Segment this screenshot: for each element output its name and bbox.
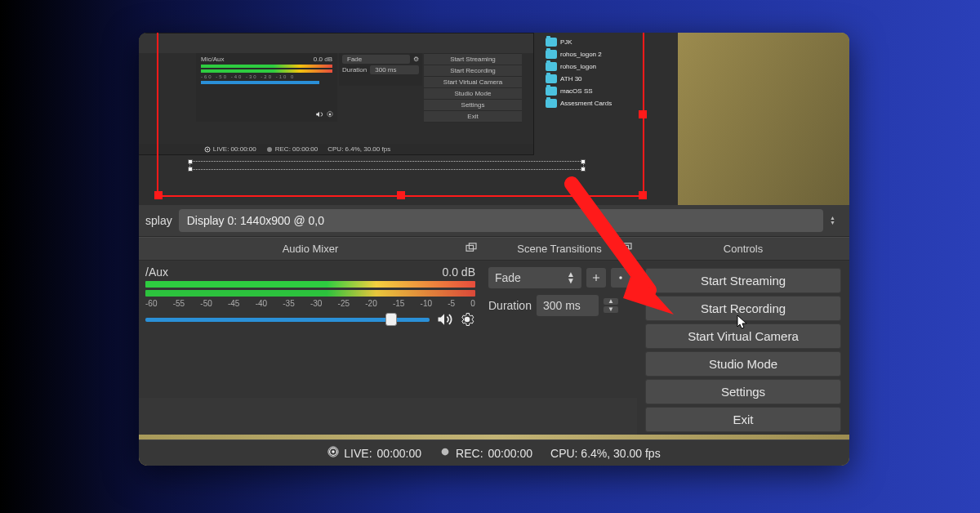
display-selected: Display 0: 1440x900 @ 0,0 — [187, 214, 324, 227]
volume-slider-row — [145, 311, 475, 328]
controls-header: Controls — [637, 238, 849, 260]
resize-handle[interactable] — [397, 191, 405, 199]
gear-icon[interactable] — [459, 311, 475, 328]
audio-mixer-body: /Aux 0.0 dB -60 -55 -50 -45 -40 -35 -30 … — [139, 261, 482, 398]
cpu-text: CPU: 6.4%, 30.00 fps — [550, 447, 661, 460]
rec-time: 00:00:00 — [488, 447, 533, 460]
svg-rect-6 — [621, 245, 629, 251]
status-bar: LIVE: 00:00:00 REC: 00:00:00 CPU: 6.4%, … — [139, 439, 849, 466]
studio-mode-button[interactable]: Studio Mode — [645, 351, 841, 377]
transitions-header: Scene Transitions — [482, 238, 637, 260]
mixer-db-value: 0.0 dB — [443, 265, 475, 279]
svg-point-9 — [332, 450, 336, 453]
controls-body: Start Streaming Start Recording Start Vi… — [637, 261, 849, 439]
svg-rect-7 — [624, 243, 631, 249]
transition-select[interactable]: Fade ▲▼ — [488, 267, 581, 288]
crop-handle[interactable] — [188, 167, 193, 172]
exit-button[interactable]: Exit — [645, 407, 841, 432]
tick: -40 — [256, 299, 267, 308]
tick: -5 — [448, 299, 455, 308]
tick: -55 — [173, 299, 185, 308]
audio-mixer-header: Audio Mixer — [139, 238, 482, 260]
tick: 0 — [470, 299, 475, 308]
obs-lower-panel: splay Display 0: 1440x900 @ 0,0 ▲▼ Audio… — [139, 205, 849, 466]
live-label: LIVE: — [344, 447, 372, 460]
screenshot-card: ⌄ Mic/Aux 0.0 dB -60 -50 -40 -30 -20 -10… — [139, 33, 849, 466]
mixer-channel-label: /Aux — [145, 265, 168, 279]
crop-handle[interactable] — [581, 159, 586, 164]
duration-input[interactable]: 300 ms — [537, 295, 599, 316]
db-scale: -60 -55 -50 -45 -40 -35 -30 -25 -20 -15 … — [145, 299, 475, 308]
tick: -30 — [310, 299, 322, 308]
speaker-icon[interactable] — [436, 311, 452, 328]
svg-rect-4 — [466, 245, 474, 251]
crop-outline[interactable] — [189, 161, 584, 170]
crop-handle[interactable] — [188, 159, 193, 164]
record-icon — [439, 446, 451, 460]
status-rec: REC: 00:00:00 — [439, 446, 532, 460]
start-streaming-button[interactable]: Start Streaming — [645, 268, 841, 293]
tick: -20 — [365, 299, 376, 308]
live-time: 00:00:00 — [377, 447, 422, 460]
resize-handle[interactable] — [154, 191, 163, 199]
status-cpu: CPU: 6.4%, 30.00 fps — [550, 446, 661, 460]
crop-handle[interactable] — [581, 167, 586, 172]
tick: -10 — [421, 299, 432, 308]
tick: -15 — [393, 299, 404, 308]
dock-headers: Audio Mixer Scene Transitions Controls — [139, 237, 849, 261]
broadcast-icon — [327, 446, 339, 460]
resize-handle[interactable] — [639, 191, 647, 199]
duration-label: Duration — [488, 299, 532, 312]
transition-settings-button[interactable] — [611, 268, 630, 288]
display-selector-row: splay Display 0: 1440x900 @ 0,0 ▲▼ — [139, 205, 849, 237]
tick: -35 — [283, 299, 294, 308]
popout-icon[interactable] — [466, 243, 477, 252]
transition-selected: Fade — [495, 271, 521, 284]
mouse-cursor-icon — [737, 314, 748, 329]
controls-title: Controls — [724, 243, 763, 255]
svg-point-8 — [619, 276, 622, 279]
dock-body: /Aux 0.0 dB -60 -55 -50 -45 -40 -35 -30 … — [139, 261, 849, 439]
settings-button[interactable]: Settings — [645, 379, 841, 404]
transitions-title: Scene Transitions — [517, 243, 601, 255]
display-label-partial: splay — [145, 214, 172, 227]
slider-thumb[interactable] — [385, 313, 397, 326]
volume-slider[interactable] — [145, 318, 430, 322]
display-dropdown[interactable]: Display 0: 1440x900 @ 0,0 — [179, 209, 823, 232]
audio-mixer-title: Audio Mixer — [283, 243, 339, 255]
status-live: LIVE: 00:00:00 — [327, 446, 421, 460]
svg-rect-5 — [469, 243, 476, 249]
rec-label: REC: — [456, 447, 483, 460]
display-stepper[interactable]: ▲▼ — [830, 216, 843, 225]
tick: -45 — [228, 299, 239, 308]
level-meter-r — [145, 290, 475, 297]
svg-point-12 — [442, 448, 449, 456]
level-meter-l — [145, 281, 475, 288]
duration-value: 300 ms — [543, 299, 581, 312]
popout-icon[interactable] — [621, 243, 632, 252]
add-transition-button[interactable] — [586, 268, 606, 288]
source-selection-outline[interactable] — [157, 33, 644, 197]
chevrons-icon: ▲▼ — [567, 271, 575, 284]
duration-stepper[interactable]: ▲▼ — [604, 297, 618, 314]
resize-handle[interactable] — [639, 110, 647, 118]
preview-area: ⌄ Mic/Aux 0.0 dB -60 -50 -40 -30 -20 -10… — [139, 33, 849, 205]
tick: -25 — [338, 299, 350, 308]
transitions-body: Fade ▲▼ Duration 300 ms ▲▼ — [482, 261, 637, 398]
tick: -60 — [145, 299, 157, 308]
tick: -50 — [200, 299, 212, 308]
